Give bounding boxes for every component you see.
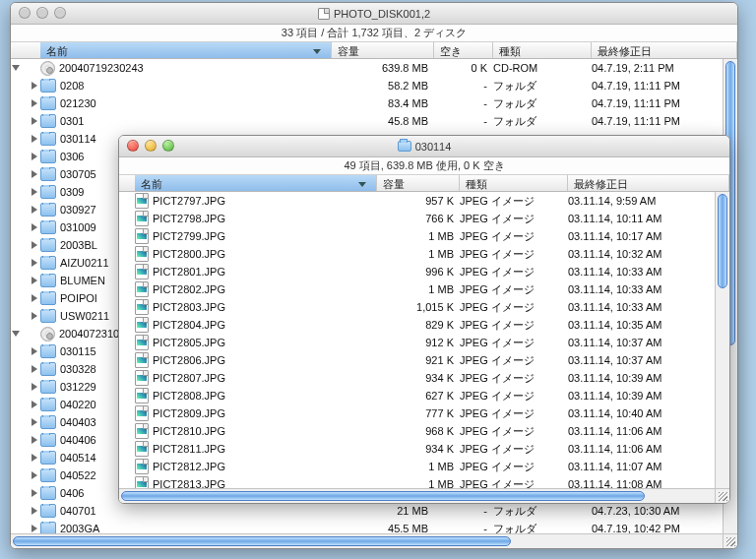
col-size-header[interactable]: 容量 (332, 42, 434, 58)
list-row[interactable]: PICT2802.JPG1 MBJPEG イメージ03.11.14, 10:33… (119, 280, 729, 298)
list-row[interactable]: PICT2799.JPG1 MBJPEG イメージ03.11.14, 10:17… (119, 227, 729, 245)
list-row[interactable]: PICT2808.JPG627 KJPEG イメージ03.11.14, 10:3… (119, 387, 729, 404)
col-mod-header[interactable]: 最終修正日 (568, 175, 729, 191)
col-size-header[interactable]: 容量 (377, 175, 460, 191)
sort-descending-icon (313, 49, 321, 54)
list-row[interactable]: 04070121 MB-フォルダ04.7.23, 10:30 AM (11, 502, 737, 520)
list-row[interactable]: PICT2806.JPG921 KJPEG イメージ03.11.14, 10:3… (119, 351, 729, 369)
file-name: PICT2798.JPG (153, 213, 225, 224)
disclosure-triangle[interactable] (32, 117, 37, 125)
jpeg-icon (135, 388, 149, 404)
folder-icon (40, 451, 56, 465)
scroll-thumb[interactable] (13, 536, 511, 546)
disclosure-triangle[interactable] (32, 259, 37, 267)
jpeg-icon (135, 370, 149, 386)
list-row[interactable]: 20040719230243639.8 MB0 KCD-ROM04.7.19, … (11, 59, 737, 77)
disclosure-triangle[interactable] (32, 206, 37, 214)
cell-size: 45.8 MB (332, 115, 434, 127)
disclosure-triangle[interactable] (32, 401, 37, 408)
zoom-button[interactable] (54, 7, 66, 19)
disclosure-triangle[interactable] (32, 135, 37, 143)
col-name-header[interactable]: 名前 (135, 175, 377, 191)
cell-mod: 03.11.14, 10:17 AM (568, 230, 729, 242)
disclosure-triangle[interactable] (32, 454, 37, 462)
disclosure-triangle[interactable] (32, 82, 37, 90)
scroll-thumb[interactable] (121, 491, 645, 501)
cell-size: 996 K (377, 266, 460, 278)
list-row[interactable]: PICT2801.JPG996 KJPEG イメージ03.11.14, 10:3… (119, 263, 729, 280)
resize-grip[interactable] (723, 533, 737, 548)
list-row[interactable]: PICT2803.JPG1,015 KJPEG イメージ03.11.14, 10… (119, 298, 729, 316)
close-button[interactable] (19, 7, 31, 19)
list-row[interactable]: 020858.2 MB-フォルダ04.7.19, 11:11 PM (11, 77, 737, 94)
disclosure-triangle[interactable] (32, 223, 37, 231)
disclosure-triangle[interactable] (32, 347, 37, 355)
titlebar-front[interactable]: 030114 (119, 136, 729, 157)
cell-mod: 03.11.14, 10:33 AM (568, 283, 729, 295)
file-list-front[interactable]: PICT2797.JPG957 KJPEG イメージ03.11.14, 9:59… (119, 192, 729, 503)
document-icon (318, 8, 330, 20)
disclosure-triangle[interactable] (32, 418, 37, 426)
list-row[interactable]: PICT2797.JPG957 KJPEG イメージ03.11.14, 9:59… (119, 192, 729, 210)
disclosure-triangle[interactable] (32, 188, 37, 196)
list-row[interactable]: PICT2805.JPG912 KJPEG イメージ03.11.14, 10:3… (119, 334, 729, 351)
resize-grip[interactable] (715, 488, 729, 503)
disclosure-triangle[interactable] (32, 170, 37, 178)
disclosure-triangle[interactable] (32, 277, 37, 284)
file-name: 040403 (60, 416, 96, 428)
disclosure-triangle[interactable] (12, 65, 20, 71)
vertical-scrollbar[interactable] (715, 192, 729, 488)
col-mod-header[interactable]: 最終修正日 (592, 42, 737, 58)
horizontal-scrollbar[interactable] (11, 533, 723, 548)
disclosure-triangle[interactable] (32, 365, 37, 373)
list-row[interactable]: PICT2807.JPG934 KJPEG イメージ03.11.14, 10:3… (119, 369, 729, 387)
list-row[interactable]: 030145.8 MB-フォルダ04.7.19, 11:11 PM (11, 112, 737, 130)
cell-mod: 04.7.23, 10:30 AM (592, 505, 737, 517)
col-kind-header[interactable]: 種類 (460, 175, 568, 191)
disclosure-triangle[interactable] (32, 294, 37, 302)
disclosure-triangle[interactable] (32, 383, 37, 391)
disclosure-triangle[interactable] (32, 525, 37, 532)
cell-size: 921 K (377, 354, 460, 366)
cell-kind: JPEG イメージ (460, 318, 568, 333)
finder-window-front[interactable]: 030114 49 項目, 639.8 MB 使用, 0 K 空き 名前 容量 … (118, 135, 730, 504)
minimize-button[interactable] (36, 7, 48, 19)
disclosure-triangle[interactable] (32, 99, 37, 107)
folder-icon (40, 504, 56, 518)
file-name: PICT2801.JPG (153, 266, 225, 278)
list-row[interactable]: PICT2812.JPG1 MBJPEG イメージ03.11.14, 11:07… (119, 458, 729, 475)
disc-icon (40, 327, 55, 342)
horizontal-scrollbar[interactable] (119, 488, 715, 503)
list-row[interactable]: 02123083.4 MB-フォルダ04.7.19, 11:11 PM (11, 94, 737, 112)
disclosure-triangle[interactable] (32, 489, 37, 497)
col-name-header[interactable]: 名前 (40, 42, 332, 58)
disclosure-triangle[interactable] (32, 436, 37, 444)
close-button[interactable] (127, 140, 139, 152)
list-row[interactable]: PICT2798.JPG766 KJPEG イメージ03.11.14, 10:1… (119, 210, 729, 227)
list-row[interactable]: PICT2811.JPG934 KJPEG イメージ03.11.14, 11:0… (119, 440, 729, 458)
list-row[interactable]: PICT2810.JPG968 KJPEG イメージ03.11.14, 11:0… (119, 422, 729, 440)
zoom-button[interactable] (162, 140, 174, 152)
folder-icon (40, 256, 56, 270)
jpeg-icon (135, 299, 149, 315)
disclosure-triangle[interactable] (32, 507, 37, 515)
disclosure-triangle[interactable] (32, 312, 37, 320)
titlebar-back[interactable]: PHOTO_DISK001,2 (11, 3, 737, 25)
list-row[interactable]: PICT2800.JPG1 MBJPEG イメージ03.11.14, 10:32… (119, 245, 729, 263)
col-free-header[interactable]: 空き (434, 42, 493, 58)
minimize-button[interactable] (145, 140, 157, 152)
disclosure-triangle[interactable] (32, 471, 37, 479)
jpeg-icon (135, 228, 149, 244)
col-kind-header[interactable]: 種類 (493, 42, 592, 58)
list-row[interactable]: PICT2809.JPG777 KJPEG イメージ03.11.14, 10:4… (119, 404, 729, 422)
file-name: 0306 (60, 151, 84, 162)
folder-icon (40, 344, 56, 358)
folder-icon (40, 486, 56, 500)
file-name: POIPOI (60, 292, 97, 304)
disclosure-triangle[interactable] (12, 331, 20, 337)
traffic-lights-back (19, 7, 66, 19)
disclosure-triangle[interactable] (32, 153, 37, 160)
list-row[interactable]: PICT2804.JPG829 KJPEG イメージ03.11.14, 10:3… (119, 316, 729, 334)
disclosure-triangle[interactable] (32, 241, 37, 249)
scroll-thumb[interactable] (718, 194, 727, 288)
